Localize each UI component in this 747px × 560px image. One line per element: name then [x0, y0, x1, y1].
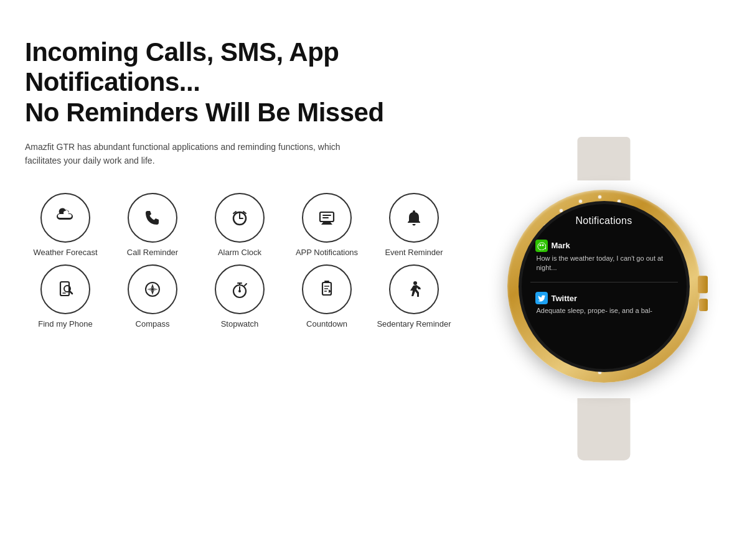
headline: Incoming Calls, SMS, App Notifications..… [25, 37, 473, 128]
icon-circle-call [128, 193, 177, 243]
compass-icon [141, 278, 164, 301]
icon-circle-weather [40, 193, 90, 243]
label-app-notifications: APP Notifications [296, 248, 358, 258]
svg-point-16 [151, 288, 154, 291]
icons-grid: Weather Forecast Call Reminder [25, 193, 473, 330]
svg-point-29 [539, 244, 541, 246]
message-wechat: How is the weather today, I can't go out… [535, 254, 673, 273]
label-sedentary-reminder: Sedentary Reminder [377, 319, 451, 330]
label-event-reminder: Event Reminder [385, 248, 443, 258]
notification-twitter: Twitter Adequate sleep, prope- ise, and … [527, 287, 682, 320]
label-call-reminder: Call Reminder [127, 248, 178, 258]
notification-icon [315, 206, 339, 230]
icon-circle-bell [389, 193, 439, 243]
countdown-icon [315, 278, 339, 301]
icon-find-my-phone: Find my Phone [25, 264, 106, 330]
svg-point-28 [413, 281, 417, 285]
notif-header-twitter: Twitter [535, 292, 673, 304]
icon-circle-countdown [302, 264, 352, 314]
label-compass: Compass [136, 319, 170, 330]
icon-alarm-clock: Alarm Clock [199, 193, 280, 258]
watch-screen: Notifications [522, 204, 687, 369]
icon-circle-stopwatch [215, 264, 265, 314]
notification-divider [530, 282, 678, 282]
sender-wechat: Mark [552, 241, 570, 250]
watch-inner-ring: Notifications [519, 201, 690, 372]
label-countdown: Countdown [306, 319, 347, 330]
svg-rect-5 [239, 212, 241, 213]
svg-line-21 [245, 284, 247, 286]
icon-circle-notifications [302, 193, 352, 243]
call-icon [141, 206, 164, 230]
watch-crown-bottom [699, 299, 708, 311]
band-bottom [578, 398, 631, 460]
watch-bezel: Notifications [507, 190, 700, 383]
band-top [578, 137, 631, 180]
icon-compass: Compass [112, 264, 193, 330]
bell-icon [402, 206, 426, 230]
icon-circle-compass [128, 264, 177, 314]
svg-point-22 [238, 290, 241, 292]
icon-weather-forecast: Weather Forecast [25, 193, 106, 258]
alarm-icon [228, 206, 251, 230]
sedentary-icon [402, 278, 426, 301]
left-section: Incoming Calls, SMS, App Notifications..… [25, 37, 486, 535]
watch-outer: Notifications [498, 168, 710, 404]
twitter-app-icon [535, 292, 548, 304]
icon-call-reminder: Call Reminder [112, 193, 193, 258]
icon-circle-phone-search [40, 264, 90, 314]
svg-line-11 [70, 291, 72, 294]
notif-header-wechat: Mark [535, 240, 673, 252]
wechat-app-icon [535, 240, 548, 252]
svg-rect-6 [320, 212, 334, 222]
svg-point-30 [542, 244, 543, 246]
twitter-icon [537, 294, 546, 302]
watch-section: Notifications [486, 37, 722, 535]
icons-row-1: Weather Forecast Call Reminder [25, 193, 473, 258]
label-find-my-phone: Find my Phone [38, 319, 92, 330]
label-stopwatch: Stopwatch [221, 319, 259, 330]
notification-wechat: Mark How is the weather today, I can't g… [527, 235, 682, 278]
icon-circle-alarm [215, 193, 265, 243]
icon-sedentary-reminder: Sedentary Reminder [374, 264, 454, 330]
stopwatch-icon [228, 278, 251, 301]
phone-search-icon [54, 278, 77, 301]
icon-circle-sedentary [389, 264, 439, 314]
icon-event-reminder: Event Reminder [374, 193, 454, 258]
main-container: Incoming Calls, SMS, App Notifications..… [0, 0, 747, 560]
weather-icon [54, 206, 77, 230]
label-alarm-clock: Alarm Clock [218, 248, 261, 258]
icon-app-notifications: APP Notifications [286, 193, 367, 258]
subtext: Amazfit GTR has abundant functional appl… [25, 140, 349, 168]
headline-line2: No Reminders Will Be Missed [25, 98, 384, 127]
icons-row-2: Find my Phone Compass [25, 264, 473, 330]
headline-line1: Incoming Calls, SMS, App Notifications..… [25, 37, 339, 96]
label-weather-forecast: Weather Forecast [33, 248, 97, 258]
bezel-dot [598, 195, 601, 198]
sender-twitter: Twitter [552, 294, 578, 303]
watch-crown-top [698, 276, 708, 293]
icon-countdown: Countdown [286, 264, 367, 330]
bezel-dot [579, 200, 582, 203]
wechat-icon [537, 241, 546, 250]
icon-stopwatch: Stopwatch [199, 264, 280, 330]
message-twitter: Adequate sleep, prope- ise, and a bal- [535, 306, 673, 315]
